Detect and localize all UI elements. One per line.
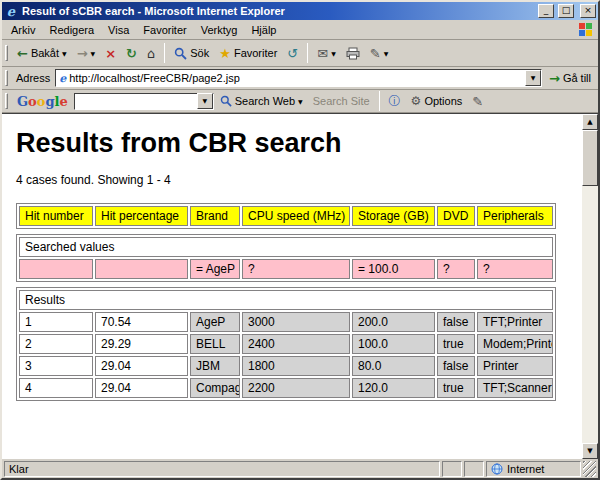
cell-hit-percentage: 29.04 bbox=[95, 356, 188, 376]
back-icon: ← bbox=[17, 47, 28, 60]
go-label: Gå till bbox=[563, 72, 591, 84]
edit-icon: ✎ bbox=[370, 47, 381, 60]
column-header-hit-number: Hit number bbox=[19, 206, 93, 226]
searched-section-label: Searched values bbox=[19, 237, 553, 257]
column-header-brand: Brand bbox=[190, 206, 240, 226]
edit-button[interactable]: ✎ ▼ bbox=[366, 45, 393, 62]
vertical-scrollbar: ▲ ▼ bbox=[582, 114, 598, 459]
back-button[interactable]: ← Bakåt ▼ bbox=[13, 45, 71, 62]
searched-cell: = AgeP bbox=[190, 259, 240, 279]
home-button[interactable]: ⌂ bbox=[143, 45, 159, 62]
cell-peripherals: Printer bbox=[477, 356, 553, 376]
cell-hit-percentage: 29.29 bbox=[95, 334, 188, 354]
highlighter-button[interactable]: ✎ bbox=[468, 93, 487, 110]
page-info-button[interactable]: ⓘ bbox=[385, 93, 405, 110]
cell-storage: 120.0 bbox=[352, 378, 435, 398]
google-toolbar: Google ▼ Search Web ▼ Search Site ⓘ ⚙ Op… bbox=[2, 90, 598, 113]
cell-dvd: false bbox=[437, 356, 475, 376]
forward-dropdown-icon: ▼ bbox=[91, 50, 96, 57]
maximize-button[interactable]: □ bbox=[558, 4, 574, 18]
menu-redigera[interactable]: Redigera bbox=[42, 21, 101, 39]
searched-values-table: Searched values = AgeP ? = 100.0 ? ? bbox=[16, 234, 556, 282]
searched-cell: = 100.0 bbox=[352, 259, 435, 279]
search-web-label: Search Web bbox=[235, 95, 295, 107]
cell-peripherals: Modem;Printer bbox=[477, 334, 553, 354]
table-row: 4 29.04 Compag 2200 120.0 true TFT;Scann… bbox=[19, 378, 553, 398]
scroll-thumb[interactable] bbox=[582, 130, 598, 186]
forward-icon: → bbox=[77, 47, 88, 60]
zone-label: Internet bbox=[507, 463, 544, 475]
favorites-button[interactable]: ★ Favoriter bbox=[215, 45, 281, 62]
cell-dvd: true bbox=[437, 378, 475, 398]
favorites-icon: ★ bbox=[219, 47, 231, 60]
googlebar-grip[interactable] bbox=[5, 93, 8, 109]
results-count: 4 cases found. Showing 1 - 4 bbox=[16, 173, 578, 187]
options-button[interactable]: ⚙ Options bbox=[407, 93, 467, 110]
search-web-icon bbox=[220, 95, 232, 107]
scroll-up-button[interactable]: ▲ bbox=[582, 114, 598, 130]
back-label: Bakåt bbox=[31, 47, 59, 59]
minimize-button[interactable]: _ bbox=[538, 4, 554, 18]
forward-button[interactable]: → ▼ bbox=[73, 45, 100, 62]
column-header-hit-percentage: Hit percentage bbox=[95, 206, 188, 226]
toolbar-separator bbox=[307, 43, 308, 63]
column-header-storage: Storage (GB) bbox=[352, 206, 435, 226]
cell-hit-number: 4 bbox=[19, 378, 93, 398]
scroll-down-button[interactable]: ▼ bbox=[582, 443, 598, 459]
refresh-button[interactable]: ↻ bbox=[122, 45, 141, 62]
go-button[interactable]: → Gå till bbox=[544, 70, 596, 87]
mail-button[interactable]: ✉ ▼ bbox=[313, 45, 340, 62]
results-section-label: Results bbox=[19, 290, 553, 310]
searched-cell: ? bbox=[477, 259, 553, 279]
menu-hjalp[interactable]: Hjälp bbox=[244, 21, 283, 39]
menu-visa[interactable]: Visa bbox=[101, 21, 136, 39]
browser-window: e Result of sCBR earch - Microsoft Inter… bbox=[0, 0, 600, 480]
highlighter-icon: ✎ bbox=[472, 95, 483, 108]
google-letter: e bbox=[60, 94, 68, 109]
cell-hit-percentage: 70.54 bbox=[95, 312, 188, 332]
toolbar-separator bbox=[164, 43, 165, 63]
home-icon: ⌂ bbox=[147, 47, 155, 60]
address-dropdown-button[interactable]: ▼ bbox=[525, 70, 541, 86]
google-letter: G bbox=[17, 94, 28, 109]
search-button[interactable]: Sök bbox=[170, 45, 213, 62]
google-search-field: ▼ bbox=[74, 93, 214, 110]
toolbar-grip[interactable] bbox=[5, 45, 8, 61]
addressbar-grip[interactable] bbox=[5, 70, 8, 86]
print-button[interactable] bbox=[342, 45, 364, 62]
gear-icon: ⚙ bbox=[411, 95, 422, 108]
page-title: Results from CBR search bbox=[16, 128, 578, 159]
resize-grip[interactable] bbox=[583, 461, 596, 477]
column-header-cpu-speed: CPU speed (MHz) bbox=[242, 206, 350, 226]
google-letter: g bbox=[45, 94, 54, 109]
search-web-button[interactable]: Search Web ▼ bbox=[216, 93, 307, 109]
google-search-input[interactable] bbox=[75, 95, 197, 108]
cell-brand: BELL bbox=[190, 334, 240, 354]
close-button[interactable]: × bbox=[580, 4, 596, 18]
googlebar-separator bbox=[379, 91, 380, 111]
history-button[interactable]: ↺ bbox=[283, 45, 302, 62]
google-logo: Google bbox=[13, 94, 72, 109]
cell-brand: JBM bbox=[190, 356, 240, 376]
results-header-table: Hit number Hit percentage Brand CPU spee… bbox=[16, 203, 556, 229]
menu-verktyg[interactable]: Verktyg bbox=[194, 21, 245, 39]
menu-arkiv[interactable]: Arkiv bbox=[4, 21, 42, 39]
google-dropdown-button[interactable]: ▼ bbox=[197, 93, 213, 109]
scroll-track[interactable] bbox=[582, 186, 598, 443]
search-icon bbox=[174, 47, 187, 60]
column-header-peripherals: Peripherals bbox=[477, 206, 553, 226]
toolbar: ← Bakåt ▼ → ▼ × ↻ ⌂ Sök ★ Favoriter ↺ bbox=[2, 40, 598, 67]
stop-icon: × bbox=[105, 47, 116, 60]
search-label: Sök bbox=[190, 47, 209, 59]
search-site-button[interactable]: Search Site bbox=[309, 93, 374, 109]
results-table: Results 1 70.54 AgeP 3000 200.0 false TF… bbox=[16, 287, 556, 401]
ie-logo-icon: e bbox=[4, 4, 18, 19]
search-site-label: Search Site bbox=[313, 95, 370, 107]
menu-favoriter[interactable]: Favoriter bbox=[136, 21, 193, 39]
address-input[interactable] bbox=[69, 71, 522, 85]
cell-brand: Compag bbox=[190, 378, 240, 398]
cell-hit-number: 3 bbox=[19, 356, 93, 376]
cell-dvd: false bbox=[437, 312, 475, 332]
menubar: Arkiv Redigera Visa Favoriter Verktyg Hj… bbox=[2, 20, 598, 40]
stop-button[interactable]: × bbox=[101, 45, 120, 62]
